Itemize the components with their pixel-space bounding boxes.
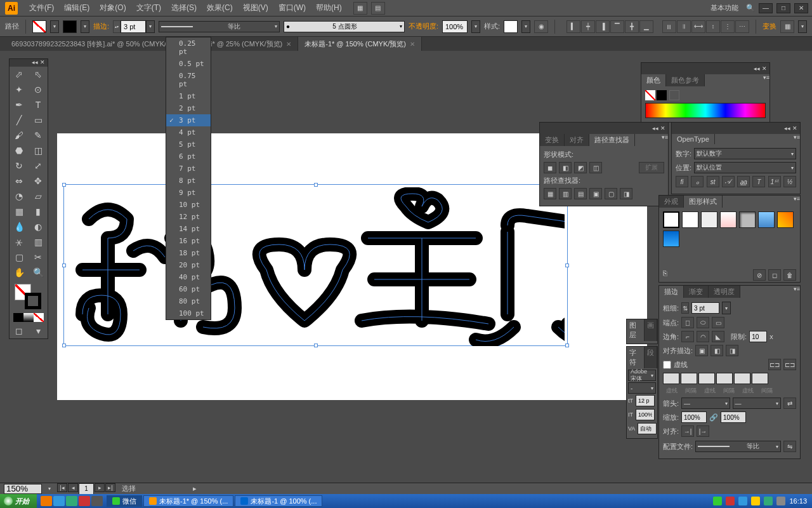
merge-btn[interactable]: ▤ bbox=[574, 188, 587, 199]
last-artboard[interactable]: ▸| bbox=[105, 483, 115, 492]
dash-preserve[interactable]: ⊏⊐ bbox=[768, 359, 781, 370]
scale-tool[interactable]: ⤢ bbox=[29, 158, 48, 173]
stroke-option[interactable]: 40 pt bbox=[166, 271, 211, 283]
stroke-option[interactable]: 0.75 pt bbox=[166, 70, 211, 90]
join-miter[interactable]: ⌐ bbox=[681, 331, 694, 342]
dash-2[interactable] bbox=[698, 373, 715, 384]
style-swatch[interactable] bbox=[758, 211, 775, 228]
menu-view[interactable]: 视图(V) bbox=[238, 3, 273, 13]
tracking[interactable] bbox=[638, 423, 657, 434]
intersect-btn[interactable]: ◩ bbox=[574, 162, 587, 173]
dist-y[interactable]: ⋯ bbox=[735, 20, 749, 33]
artwork[interactable] bbox=[70, 187, 565, 346]
crop-btn[interactable]: ▣ bbox=[589, 188, 602, 199]
panel-collapse[interactable]: ◂◂ ✕ bbox=[652, 125, 665, 131]
stroke-option[interactable]: 8 pt bbox=[166, 175, 211, 187]
tab-opentype[interactable]: OpenType bbox=[672, 134, 715, 144]
align-left[interactable]: ▍ bbox=[566, 20, 580, 33]
blob-tool[interactable]: ⬣ bbox=[10, 143, 29, 158]
bridge-icon[interactable]: ▦ bbox=[353, 2, 367, 15]
leading[interactable] bbox=[636, 409, 655, 420]
recolor-icon[interactable]: ◉ bbox=[534, 20, 548, 33]
close-button[interactable]: ✕ bbox=[794, 3, 808, 13]
tab-artboards[interactable]: 画 bbox=[645, 319, 657, 341]
trim-btn[interactable]: ▥ bbox=[559, 188, 572, 199]
blend-tool[interactable]: ◐ bbox=[29, 219, 48, 234]
width-tool[interactable]: ⇔ bbox=[10, 173, 29, 189]
stroke-option[interactable]: 12 pt bbox=[166, 211, 211, 223]
menu-help[interactable]: 帮助(H) bbox=[311, 3, 347, 13]
stroke-weight-drop[interactable] bbox=[146, 20, 155, 33]
symbol-tool[interactable]: ⚹ bbox=[10, 234, 29, 250]
tab-transform[interactable]: 变换 bbox=[540, 134, 565, 146]
font-select[interactable]: Adobe 宋体 bbox=[628, 370, 656, 381]
stroke-option[interactable]: 16 pt bbox=[166, 235, 211, 247]
style-swatch[interactable] bbox=[701, 211, 717, 228]
artboard-tool[interactable]: ▢ bbox=[10, 250, 29, 265]
ot-1st[interactable]: 1ˢᵗ bbox=[768, 176, 781, 187]
align-inside[interactable]: ◧ bbox=[710, 345, 723, 356]
cap-square[interactable]: ▭ bbox=[712, 317, 724, 328]
panel-collapse[interactable]: ◂◂ ✕ bbox=[754, 65, 767, 72]
pencil-tool[interactable]: ✎ bbox=[29, 128, 48, 143]
tab-graphic-styles[interactable]: 图形样式 bbox=[684, 196, 723, 208]
align-bottom[interactable]: ▁ bbox=[639, 20, 653, 33]
align-vcenter[interactable]: ╋ bbox=[625, 20, 639, 33]
ot-o[interactable]: ℴ bbox=[691, 176, 704, 187]
arrange-icon[interactable]: ▤ bbox=[371, 2, 385, 15]
tray-icon[interactable] bbox=[738, 497, 747, 505]
taskbar-task[interactable]: 未标题-1* @ 150% (... bbox=[143, 495, 233, 507]
style-swatch[interactable] bbox=[504, 20, 518, 33]
tray-icon[interactable] bbox=[726, 497, 735, 505]
tray-icon[interactable] bbox=[764, 497, 773, 505]
stroke-option[interactable]: 100 pt bbox=[166, 307, 211, 319]
ot-fi[interactable]: fi bbox=[676, 176, 688, 187]
unite-btn[interactable]: ◼ bbox=[544, 162, 556, 173]
menu-window[interactable]: 窗口(W) bbox=[273, 3, 311, 13]
ot-st[interactable]: st bbox=[707, 176, 719, 187]
weight-input[interactable] bbox=[691, 302, 719, 314]
tools-grip[interactable]: ◂◂ ✕ bbox=[10, 59, 48, 67]
style-drop[interactable] bbox=[521, 20, 530, 33]
tab-layers[interactable]: 图层 bbox=[627, 319, 645, 341]
flip-profile[interactable]: ⇋ bbox=[783, 441, 796, 452]
tab-color-guide[interactable]: 颜色参考 bbox=[666, 74, 705, 86]
tab-appearance[interactable]: 外观 bbox=[659, 196, 684, 208]
type-tool[interactable]: T bbox=[29, 97, 48, 112]
dist-h[interactable]: ⫼ bbox=[662, 20, 676, 33]
divide-btn[interactable]: ▦ bbox=[544, 188, 556, 199]
menu-edit[interactable]: 编辑(E) bbox=[59, 3, 95, 13]
stroke-weight-input[interactable] bbox=[121, 20, 146, 33]
menu-file[interactable]: 文件(F) bbox=[24, 3, 59, 13]
brush-select[interactable]: ●5 点圆形 bbox=[284, 21, 405, 32]
rotate-tool[interactable]: ↻ bbox=[10, 158, 29, 173]
fill-swatch[interactable] bbox=[32, 20, 46, 33]
dash-1[interactable] bbox=[663, 373, 679, 384]
font-size[interactable] bbox=[636, 395, 655, 406]
maximize-button[interactable]: □ bbox=[776, 3, 790, 13]
pen-tool[interactable]: ✒ bbox=[10, 97, 29, 112]
menu-select[interactable]: 选择(S) bbox=[166, 3, 202, 13]
tray-icon[interactable] bbox=[713, 497, 722, 505]
tab-stroke[interactable]: 描边 bbox=[659, 286, 684, 298]
arrow-align-1[interactable]: →| bbox=[681, 425, 694, 437]
align-top[interactable]: ▔ bbox=[610, 20, 624, 33]
dash-align[interactable]: ⊏⊐ bbox=[783, 359, 796, 370]
opacity-drop[interactable] bbox=[471, 20, 480, 33]
shape-builder-tool[interactable]: ◔ bbox=[10, 189, 29, 204]
transform-icon[interactable]: ▦ bbox=[780, 20, 794, 33]
position-select[interactable]: 默认位置 bbox=[694, 162, 796, 173]
delete-style[interactable]: 🗑 bbox=[783, 269, 796, 281]
style-swatch[interactable] bbox=[663, 231, 679, 247]
minus-front-btn[interactable]: ◧ bbox=[559, 162, 572, 173]
lasso-tool[interactable]: ⊙ bbox=[29, 82, 48, 97]
fill-chip[interactable] bbox=[645, 90, 655, 100]
zoom-input[interactable] bbox=[4, 484, 42, 494]
ql-app-icon[interactable] bbox=[79, 496, 90, 506]
style-swatch[interactable] bbox=[720, 211, 737, 228]
stroke-option[interactable]: 5 pt bbox=[166, 138, 211, 150]
scale-start[interactable] bbox=[681, 411, 707, 423]
tab-align[interactable]: 对齐 bbox=[565, 134, 589, 146]
stroke-stepper[interactable]: ▴▾ bbox=[113, 20, 121, 33]
ql-ie-icon[interactable] bbox=[53, 496, 65, 506]
